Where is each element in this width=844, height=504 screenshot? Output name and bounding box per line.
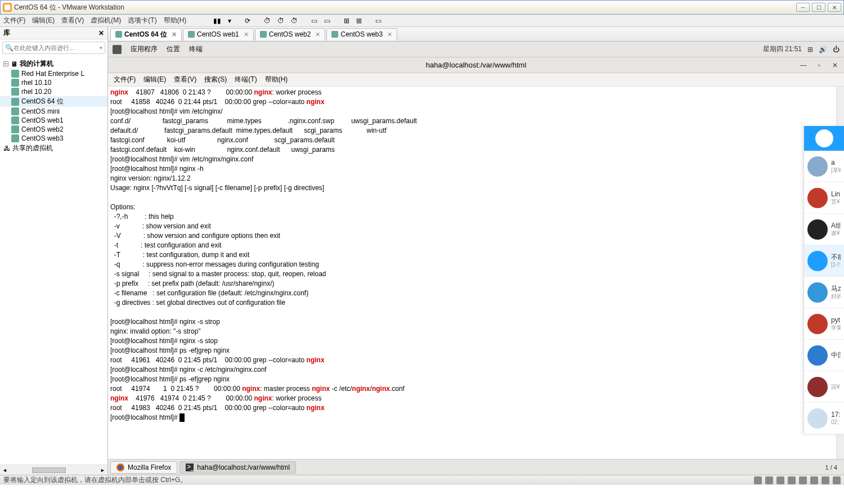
toolbar-btn-4[interactable]: ⏱ xyxy=(291,17,298,25)
term-maximize-button[interactable]: ▫ xyxy=(815,61,824,69)
menu-tabs[interactable]: 选项卡(T) xyxy=(128,16,156,25)
t: [root@localhost html]# nginx -s stop xyxy=(110,337,218,345)
toolbar-btn-6[interactable]: ▭ xyxy=(324,17,330,25)
term-menu-search[interactable]: 搜索(S) xyxy=(204,75,227,84)
status-icon[interactable] xyxy=(776,476,784,484)
term-menu-file[interactable]: 文件(F) xyxy=(114,75,136,84)
tree-item[interactable]: Red Hat Enterprise L xyxy=(0,69,107,78)
toolbar-btn-8[interactable]: ⊞ xyxy=(356,17,362,25)
vm-icon xyxy=(188,31,195,38)
tree-shared[interactable]: 🖧 共享的虚拟机 xyxy=(0,143,107,154)
contacts-header[interactable] xyxy=(804,126,844,151)
contact-item[interactable]: Lin言¥ xyxy=(804,182,844,214)
tree-item[interactable]: CentOS web3 xyxy=(0,134,107,143)
sidebar-search[interactable]: 🔍 ▾ xyxy=(2,42,105,54)
contact-item[interactable]: 17:02: xyxy=(804,403,844,434)
t: nginx xyxy=(372,385,390,393)
terminal-output[interactable]: nginx 41807 41806 0 21:43 ? 00:00:00 ngi… xyxy=(108,87,844,459)
menu-view[interactable]: 查看(V) xyxy=(61,16,84,25)
close-button[interactable]: ✕ xyxy=(828,3,841,12)
tab-web2[interactable]: CentOS web2 ✕ xyxy=(255,28,326,40)
contact-item[interactable]: 不能[1个 xyxy=(804,245,844,277)
t: conf.d/ fastcgi_params mime.types .nginx… xyxy=(110,117,417,125)
tree-item[interactable]: rhel 10.10 xyxy=(0,78,107,87)
status-icon[interactable] xyxy=(799,476,807,484)
vm-icon xyxy=(11,125,19,133)
term-menu-help[interactable]: 帮助(H) xyxy=(265,75,288,84)
t: [root@localhost html]# vim /etc/nginx/ng… xyxy=(110,155,253,163)
taskbar-terminal[interactable]: >_ haha@localhost:/var/www/html xyxy=(179,461,296,474)
toolbar-btn-7[interactable]: ⊞ xyxy=(344,17,349,25)
vm-icon xyxy=(11,134,19,142)
status-icon[interactable] xyxy=(810,476,818,484)
term-menu-terminal[interactable]: 终端(T) xyxy=(235,75,257,84)
t: -v : show version and exit xyxy=(110,222,211,230)
tab-web3[interactable]: CentOS web3 ✕ xyxy=(326,28,397,40)
dropdown-icon[interactable]: ▾ xyxy=(100,45,102,51)
close-icon[interactable]: ✕ xyxy=(172,31,177,38)
contact-item[interactable]: 马z好的 xyxy=(804,277,844,308)
close-icon[interactable]: ✕ xyxy=(315,31,320,38)
tree-item-active[interactable]: CentOS 64 位 xyxy=(0,96,107,107)
network-icon[interactable]: ⊞ xyxy=(807,46,813,53)
taskbar-firefox[interactable]: Mozilla Firefox xyxy=(110,461,177,474)
menu-file[interactable]: 文件(F) xyxy=(3,16,25,25)
menu-terminal[interactable]: 终端 xyxy=(189,44,203,54)
t: -p prefix : set prefix path (default: /u… xyxy=(110,280,274,287)
tree-item[interactable]: CentOS web1 xyxy=(0,116,107,125)
term-menu-view[interactable]: 查看(V) xyxy=(174,75,196,84)
tree-root[interactable]: − 🖥 我的计算机 xyxy=(0,58,107,69)
collapse-icon[interactable]: − xyxy=(3,61,8,66)
toolbar-btn-1[interactable]: ⟳ xyxy=(245,17,250,25)
status-icon[interactable] xyxy=(788,476,796,484)
tree-item[interactable]: CentOS mini xyxy=(0,107,107,116)
tab-centos64[interactable]: CentOS 64 位 ✕ xyxy=(110,28,182,40)
maximize-button[interactable]: ☐ xyxy=(812,3,825,12)
close-icon[interactable]: ✕ xyxy=(387,31,392,38)
tree-shared-label: 共享的虚拟机 xyxy=(12,143,53,153)
menu-edit[interactable]: 编辑(E) xyxy=(32,16,55,25)
contact-item[interactable]: a[草¥ xyxy=(804,151,844,182)
pause-button[interactable]: ▮▮ xyxy=(213,17,221,25)
menu-vm[interactable]: 虚拟机(M) xyxy=(91,16,121,25)
sidebar-scrollbar[interactable]: ◄ ► xyxy=(0,465,107,475)
contact-item[interactable]: pyt学聚 xyxy=(804,308,844,340)
dropdown-icon[interactable]: ▾ xyxy=(228,17,231,25)
contact-item[interactable]: 回¥ xyxy=(804,371,844,403)
menu-places[interactable]: 位置 xyxy=(167,44,180,54)
term-menu-edit[interactable]: 编辑(E) xyxy=(143,75,166,84)
svg-rect-1 xyxy=(5,4,10,10)
term-close-button[interactable]: ✕ xyxy=(830,61,839,69)
status-icon[interactable] xyxy=(833,476,841,484)
toolbar-btn-9[interactable]: ▭ xyxy=(375,17,381,25)
volume-icon[interactable]: 🔊 xyxy=(819,46,827,53)
tree-item[interactable]: rhel 10.20 xyxy=(0,87,107,96)
workspace-pager[interactable]: 1 / 4 xyxy=(821,464,842,471)
tab-label: CentOS web1 xyxy=(197,30,239,38)
clock[interactable]: 星期四 21:51 xyxy=(763,44,802,54)
tab-web1[interactable]: CentOS web1 ✕ xyxy=(183,28,254,40)
t: -s signal : send signal to a master proc… xyxy=(110,270,326,278)
tree-item-label: CentOS 64 位 xyxy=(21,97,64,106)
search-input[interactable] xyxy=(14,44,100,51)
minimize-button[interactable]: ─ xyxy=(796,3,810,12)
toolbar-btn-2[interactable]: ⏱ xyxy=(264,17,271,25)
tree-item[interactable]: CentOS web2 xyxy=(0,125,107,134)
contact-text: 回¥ xyxy=(831,383,840,390)
menu-help[interactable]: 帮助(H) xyxy=(164,16,187,25)
status-icon[interactable] xyxy=(821,476,829,484)
contact-item[interactable]: A组谢¥ xyxy=(804,214,844,245)
status-icon[interactable] xyxy=(754,476,762,484)
scrollbar-thumb[interactable] xyxy=(32,467,66,473)
toolbar-btn-5[interactable]: ▭ xyxy=(311,17,317,25)
contact-item[interactable]: 中国 xyxy=(804,340,844,371)
t: fastcgi.conf koi-utf nginx.conf scgi_par… xyxy=(110,136,344,144)
toolbar-btn-3[interactable]: ⏱ xyxy=(277,17,284,25)
status-icon[interactable] xyxy=(765,476,773,484)
power-icon[interactable]: ⏻ xyxy=(833,46,839,53)
sidebar-close-icon[interactable]: ✕ xyxy=(98,29,104,37)
term-minimize-button[interactable]: — xyxy=(799,61,808,69)
menu-applications[interactable]: 应用程序 xyxy=(131,44,158,54)
vm-icon xyxy=(11,70,19,78)
close-icon[interactable]: ✕ xyxy=(244,31,249,38)
